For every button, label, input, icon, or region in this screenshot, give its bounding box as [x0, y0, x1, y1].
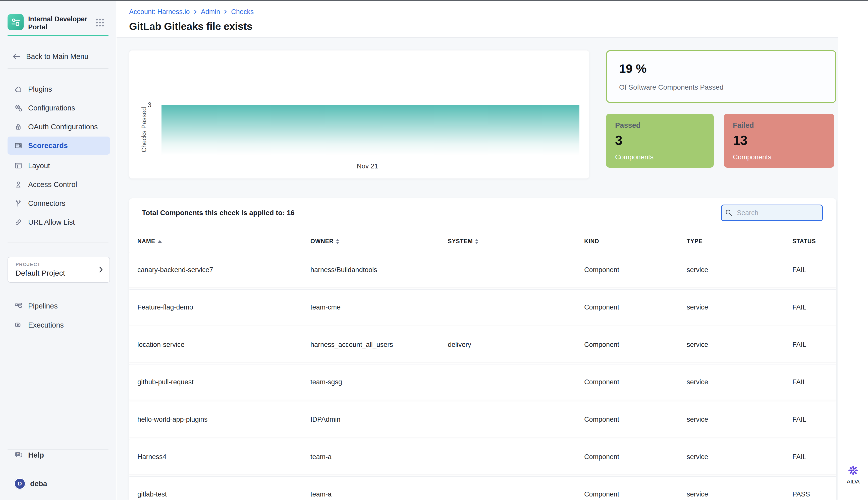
- sort-asc-icon: [158, 240, 162, 243]
- project-name: Default Project: [15, 269, 65, 277]
- column-label: TYPE: [687, 238, 702, 245]
- fork-arrows-icon: [14, 199, 23, 207]
- sidebar-divider: [8, 68, 109, 69]
- cell-status: FAIL: [792, 327, 806, 362]
- sidebar-item-executions[interactable]: Executions: [8, 317, 110, 333]
- back-to-main-menu-label: Back to Main Menu: [26, 53, 88, 61]
- breadcrumb-link-checks[interactable]: Checks: [231, 8, 254, 16]
- cell-type: service: [687, 252, 708, 287]
- logo-accent-underline: [8, 35, 109, 36]
- cell-kind: Component: [584, 289, 619, 325]
- sidebar-item-connectors[interactable]: Connectors: [8, 195, 110, 212]
- cell-owner: harness/Buildandtools: [310, 252, 377, 287]
- cell-name: gitlab-test: [137, 477, 167, 500]
- column-label: OWNER: [310, 238, 334, 245]
- column-label: SYSTEM: [448, 238, 473, 245]
- cell-status: FAIL: [792, 289, 806, 325]
- project-selector[interactable]: PROJECT Default Project: [8, 257, 110, 283]
- column-header-status: STATUS: [792, 238, 816, 245]
- table-body: canary-backend-service7 harness/Buildand…: [129, 252, 836, 500]
- percent-passed-card: 19 % Of Software Components Passed: [606, 50, 836, 103]
- help-chat-icon: ?: [14, 451, 23, 459]
- arrow-left-icon: [12, 52, 21, 61]
- chart-x-tick: Nov 21: [342, 162, 392, 170]
- cell-name: Harness4: [137, 439, 167, 474]
- aida-button[interactable]: AIDA: [841, 464, 865, 491]
- passed-card: Passed 3 Components: [606, 114, 714, 168]
- sidebar-item-access-control[interactable]: Access Control: [8, 176, 110, 193]
- cell-kind: Component: [584, 477, 619, 500]
- sidebar-item-plugins[interactable]: Plugins: [8, 81, 110, 98]
- cell-name: github-pull-request: [137, 364, 194, 400]
- table-row[interactable]: location-service harness_account_all_use…: [129, 327, 836, 362]
- table-row[interactable]: gitlab-test team-a Component service PAS…: [129, 477, 836, 500]
- cell-type: service: [687, 364, 708, 400]
- sort-icon: [475, 239, 478, 244]
- cell-status: FAIL: [792, 439, 806, 474]
- table-row[interactable]: github-pull-request team-sgsg Component …: [129, 364, 836, 400]
- table-row[interactable]: Feature-flag-demo team-cme Component ser…: [129, 289, 836, 325]
- chart-y-tick: 3: [140, 101, 152, 109]
- help-button[interactable]: ? Help: [8, 447, 110, 463]
- breadcrumb-link-account[interactable]: Account: Harness.io: [129, 8, 190, 16]
- help-label: Help: [28, 451, 44, 459]
- sidebar-item-scorecards[interactable]: Scorecards: [8, 137, 110, 155]
- column-label: NAME: [137, 238, 155, 245]
- column-label: KIND: [584, 238, 599, 245]
- column-header-owner[interactable]: OWNER: [310, 238, 339, 245]
- breadcrumb-link-admin[interactable]: Admin: [201, 8, 220, 16]
- sidebar-item-label: Pipelines: [28, 302, 58, 310]
- passed-count: 3: [615, 133, 622, 148]
- sidebar-item-pipelines[interactable]: Pipelines: [8, 298, 110, 314]
- cell-owner: team-sgsg: [310, 364, 342, 400]
- play-executions-icon: [14, 321, 23, 329]
- cell-name: Feature-flag-demo: [137, 289, 193, 325]
- sidebar-item-oauth-configurations[interactable]: OAuth Configurations: [8, 118, 110, 135]
- idp-logo-icon: [10, 16, 21, 27]
- cell-type: service: [687, 477, 708, 500]
- cell-status: FAIL: [792, 402, 806, 437]
- user-name: deba: [30, 480, 47, 488]
- column-header-system[interactable]: SYSTEM: [448, 238, 478, 245]
- aida-flower-icon: [847, 464, 860, 477]
- pipelines-icon: [14, 302, 23, 310]
- cell-status: PASS: [792, 477, 810, 500]
- cell-owner: team-a: [310, 439, 332, 474]
- aida-label: AIDA: [847, 478, 859, 485]
- page-title: GitLab Gitleaks file exists: [129, 21, 253, 32]
- table-header-row: NAME OWNER SYSTEM KIND TYPE STATUS: [129, 198, 836, 252]
- table-row[interactable]: Harness4 team-a Component service FAIL: [129, 439, 836, 474]
- lock-icon: [14, 123, 23, 131]
- chart-area-series: [162, 105, 579, 155]
- user-menu[interactable]: D deba: [8, 475, 110, 492]
- column-header-name[interactable]: NAME: [137, 238, 162, 245]
- cell-kind: Component: [584, 327, 619, 362]
- cell-owner: IDPAdmin: [310, 402, 341, 437]
- cell-kind: Component: [584, 252, 619, 287]
- sidebar-item-label: OAuth Configurations: [28, 123, 98, 131]
- apps-grid-icon[interactable]: [95, 18, 105, 27]
- cell-status: FAIL: [792, 364, 806, 400]
- sidebar: Internal Developer Portal Back to Main M…: [0, 0, 116, 500]
- column-label: STATUS: [792, 238, 816, 245]
- table-row[interactable]: hello-world-app-plugins IDPAdmin Compone…: [129, 402, 836, 437]
- app-logo: [8, 14, 24, 30]
- column-header-type: TYPE: [687, 238, 702, 245]
- cell-type: service: [687, 289, 708, 325]
- sidebar-item-label: URL Allow List: [28, 218, 75, 226]
- app-title: Internal Developer Portal: [28, 15, 93, 31]
- failed-card: Failed 13 Components: [724, 114, 834, 168]
- chevron-right-icon: [99, 266, 104, 274]
- sidebar-item-configurations[interactable]: Configurations: [8, 100, 110, 116]
- sidebar-item-url-allow-list[interactable]: URL Allow List: [8, 214, 110, 230]
- cell-name: hello-world-app-plugins: [137, 402, 208, 437]
- back-to-main-menu-button[interactable]: Back to Main Menu: [8, 48, 110, 65]
- layout-icon: [14, 161, 23, 170]
- table-row[interactable]: canary-backend-service7 harness/Buildand…: [129, 252, 836, 287]
- right-rail: AIDA: [838, 0, 868, 500]
- user-avatar: D: [14, 478, 26, 489]
- cell-name: location-service: [137, 327, 185, 362]
- project-label: PROJECT: [15, 262, 41, 267]
- sidebar-item-label: Layout: [28, 162, 50, 170]
- sidebar-item-layout[interactable]: Layout: [8, 157, 110, 174]
